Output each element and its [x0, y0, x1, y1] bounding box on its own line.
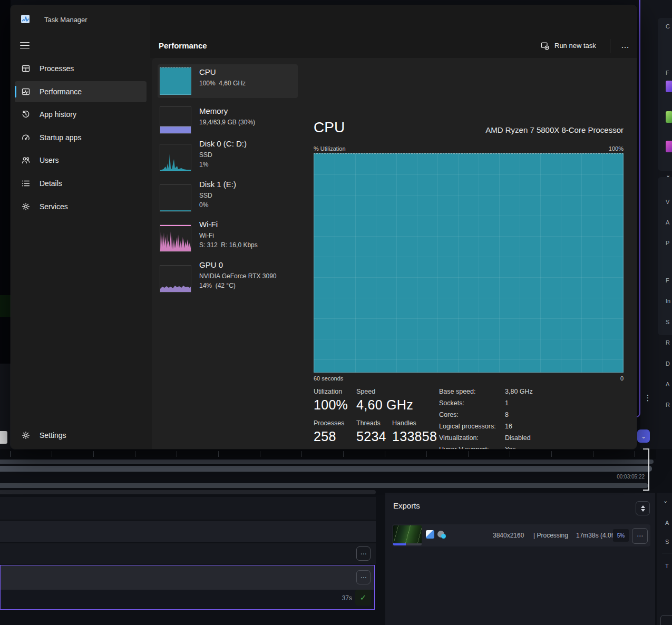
stat-value-utilization: 100% — [314, 397, 348, 413]
chart-y-max-label: 100% — [609, 145, 624, 152]
sidebar-item-settings[interactable]: Settings — [15, 425, 147, 446]
sidebar-item-startup-apps[interactable]: Startup apps — [15, 127, 147, 148]
media-icon — [666, 141, 672, 152]
detail-value: Disabled — [505, 434, 531, 442]
metric-name: GPU 0 — [199, 260, 223, 269]
queue-row[interactable] — [0, 497, 376, 520]
clip-duration: 37s — [315, 594, 352, 602]
export-thumbnail — [393, 525, 422, 545]
run-new-task-button[interactable]: Run new task — [535, 37, 601, 54]
disk0-mini-chart — [160, 144, 191, 171]
sidebar-item-label: Startup apps — [40, 133, 81, 142]
clipped-corner-button[interactable] — [660, 615, 672, 625]
metric-name: Disk 1 (E:) — [199, 180, 236, 189]
metric-type: SSD — [199, 151, 212, 159]
run-new-task-icon — [540, 41, 549, 50]
exports-sort-button[interactable] — [636, 501, 650, 515]
header-more-button[interactable]: … — [615, 37, 635, 54]
task-manager-app-icon — [21, 15, 30, 23]
export-target-icon — [437, 531, 444, 538]
right-panel-block — [658, 177, 672, 335]
perf-list-item-disk0[interactable]: Disk 0 (C: D:) SSD 1% — [158, 138, 298, 177]
sidebar-item-details[interactable]: Details — [15, 173, 147, 194]
cpu-utilization-chart — [314, 153, 624, 373]
services-gear-icon — [21, 202, 31, 211]
detail-value: 1 — [505, 399, 509, 407]
timeline-out-bracket-bottom — [643, 490, 649, 491]
sidebar-item-label: Performance — [40, 87, 82, 96]
timeline-ruler[interactable] — [0, 450, 656, 459]
cpu-mini-chart — [160, 67, 191, 95]
detail-label: Sockets: — [439, 399, 464, 407]
gpu-mini-chart — [160, 265, 191, 292]
metric-name: CPU — [199, 67, 216, 76]
exports-panel: Exports 3840x2160 | Processing 17m38s (4… — [385, 493, 655, 625]
queue-selected-block[interactable]: ⋯ — [0, 565, 375, 610]
performance-pulse-icon — [21, 87, 31, 96]
chevron-down-icon[interactable]: ⌄ — [666, 172, 670, 179]
queue-row[interactable] — [0, 521, 376, 542]
stat-label-utilization: Utilization — [314, 388, 342, 395]
export-more-button[interactable]: ⋯ — [632, 528, 648, 544]
confirm-check-button[interactable]: ✓ — [355, 590, 371, 606]
perf-list-item-disk1[interactable]: Disk 1 (E:) SSD 0% — [158, 179, 298, 218]
detail-label: Virtualization: — [439, 434, 479, 442]
detail-label: Hyper-V support: — [439, 446, 489, 449]
stat-label-threads: Threads — [356, 419, 381, 427]
detail-row: Hyper-V support:Yes — [439, 446, 634, 449]
export-resolution: 3840x2160 — [493, 532, 524, 539]
sidebar-item-performance[interactable]: Performance — [15, 81, 147, 102]
perf-list-item-gpu[interactable]: GPU 0 NVIDIA GeForce RTX 3090 14% (42 °C… — [158, 259, 298, 298]
metric-summary: 19,4/63,9 GB (30%) — [199, 119, 255, 126]
perf-list-item-cpu[interactable]: CPU 100% 4,60 GHz — [158, 64, 298, 98]
task-manager-window: Task Manager ✕ Processes Performance App… — [11, 5, 637, 449]
timeline-out-bracket[interactable] — [648, 448, 649, 491]
row-more-button[interactable]: ⋯ — [356, 546, 371, 561]
queue-row-selected[interactable]: ⋯ — [1, 565, 374, 590]
clipped-label: A — [665, 520, 669, 526]
chevron-down-icon[interactable]: ⌄ — [663, 497, 668, 504]
stat-value-processes: 258 — [314, 429, 336, 444]
clipped-label: A — [666, 219, 669, 226]
stat-value-speed: 4,60 GHz — [356, 397, 413, 413]
clipped-label: In — [666, 298, 670, 304]
detail-value: 3,80 GHz — [505, 388, 533, 395]
kebab-menu-icon[interactable]: ⋮ — [643, 393, 652, 405]
sidebar-item-processes[interactable]: Processes — [15, 58, 147, 79]
hamburger-menu-button[interactable] — [19, 38, 34, 53]
export-item-row[interactable]: 3840x2160 | Processing 17m38s (4.0fps) 5… — [392, 524, 650, 546]
stat-value-threads: 5234 — [356, 429, 386, 444]
detail-value: 8 — [505, 411, 509, 418]
exports-panel-title: Exports — [393, 501, 420, 510]
queue-row[interactable]: ⋯ — [0, 543, 376, 564]
sidebar-item-app-history[interactable]: App history — [15, 104, 147, 125]
settings-column: ⌄ A S T — [657, 493, 672, 625]
media-icon — [666, 111, 672, 123]
perf-list-item-memory[interactable]: Memory 19,4/63,9 GB (30%) — [158, 103, 298, 137]
chart-y-axis-label: % Utilization — [314, 145, 346, 152]
timeline-track-bar — [0, 460, 654, 464]
sidebar-item-services[interactable]: Services — [15, 196, 147, 217]
wifi-mini-chart — [160, 224, 191, 252]
detail-row: Sockets:1 — [439, 399, 634, 410]
clipped-label: R — [666, 339, 670, 346]
chart-x-left-label: 60 seconds — [314, 375, 343, 382]
gear-icon — [21, 431, 31, 440]
detail-row: Virtualization:Disabled — [439, 434, 634, 445]
export-status: | Processing — [533, 532, 568, 539]
clipped-label: S — [665, 539, 669, 545]
row-more-button[interactable]: ⋯ — [356, 570, 371, 584]
timeline-track-bar — [0, 483, 648, 488]
processor-name: AMD Ryzen 7 5800X 8-Core Processor — [485, 125, 624, 134]
perf-list-item-wifi[interactable]: Wi-Fi Wi-Fi S: 312 R: 16,0 Kbps — [158, 219, 298, 258]
users-icon — [21, 155, 31, 165]
stat-label-speed: Speed — [356, 388, 375, 395]
timeline-track-bar — [0, 490, 376, 494]
sidebar-item-users[interactable]: Users — [15, 150, 147, 171]
divider — [662, 553, 672, 553]
clipped-label: P — [666, 240, 669, 246]
memory-mini-chart — [160, 106, 191, 134]
detail-row: Cores:8 — [439, 411, 634, 422]
render-dropdown-button[interactable]: ⌄ — [637, 429, 650, 443]
clipped-label: A — [666, 381, 669, 387]
